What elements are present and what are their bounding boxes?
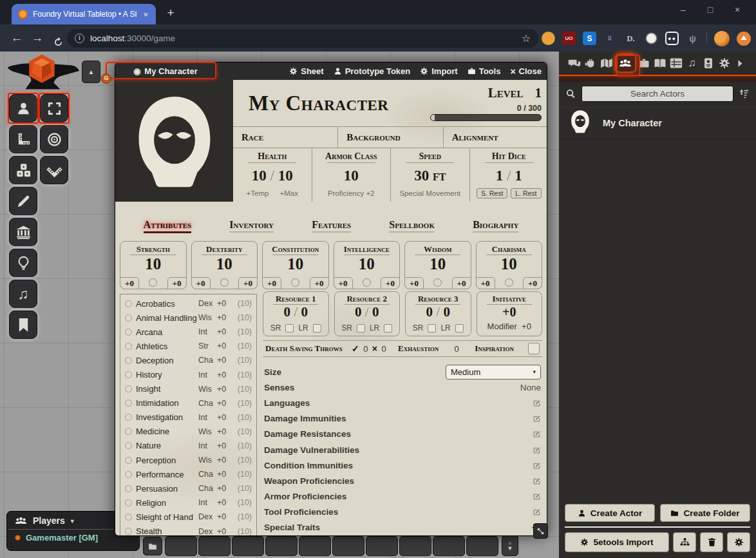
skill-row[interactable]: Religion Int +0 (10) [120, 495, 256, 510]
ability-block[interactable]: Charisma 10 +0 +0 [476, 241, 543, 289]
folder-tree-button[interactable] [673, 532, 696, 552]
macro-slot[interactable] [332, 536, 364, 556]
sheet-config-button[interactable]: Sheet [289, 66, 323, 76]
macro-slot[interactable] [433, 536, 465, 556]
reload-button[interactable] [48, 25, 68, 51]
macro-slot[interactable] [165, 536, 197, 556]
d-extension-icon[interactable]: D. [624, 32, 638, 45]
ability-save[interactable]: +0 [452, 277, 471, 289]
skill-name[interactable]: History [136, 370, 198, 380]
resource-block[interactable]: Resource 2 0 / 0 SR LR [334, 291, 401, 336]
dots-extension-icon[interactable]: ●● [665, 32, 679, 45]
skill-name[interactable]: Intimidation [136, 398, 198, 408]
bookmark-star-icon[interactable]: ☆ [522, 32, 531, 44]
ability-score[interactable]: 10 [334, 255, 400, 274]
speed-stat[interactable]: Speed 30 ft Special Movement [391, 148, 470, 202]
actor-name[interactable]: My Character [603, 118, 662, 128]
ping-target-tool[interactable] [40, 125, 68, 153]
skill-row[interactable]: Performance Cha +0 (10) [120, 467, 256, 481]
forward-button[interactable]: → [27, 25, 48, 51]
search-input[interactable] [581, 86, 733, 102]
5etools-import-button[interactable]: 5etools Import [565, 532, 669, 552]
ability-modifier[interactable]: +0 [334, 277, 353, 289]
sr-checkbox[interactable] [357, 324, 365, 332]
initiative-block[interactable]: Initiative+0Modifier +0 [477, 291, 543, 336]
grid-extension-icon[interactable]: ⠿ [603, 32, 617, 45]
skill-proficiency-radio[interactable] [125, 300, 132, 307]
skill-proficiency-radio[interactable] [125, 471, 132, 478]
skill-row[interactable]: Stealth Dex +0 (10) [120, 524, 256, 537]
character-name[interactable]: My Character [249, 91, 388, 115]
compendium-tab-icon[interactable] [700, 53, 716, 73]
macro-folder-button[interactable] [143, 537, 162, 555]
skill-name[interactable]: Investigation [136, 412, 198, 422]
skill-row[interactable]: Animal Handling Wis +0 (10) [120, 311, 256, 325]
skill-row[interactable]: Acrobatics Dex +0 (10) [120, 296, 256, 311]
skill-name[interactable]: Sleight of Hand [136, 512, 198, 522]
minimize-button[interactable]: – [670, 0, 697, 21]
tables-tab-icon[interactable] [668, 53, 684, 73]
skill-proficiency-radio[interactable] [125, 357, 132, 364]
ublock-extension-icon[interactable]: UO [562, 32, 576, 45]
proficiency-radio[interactable] [433, 278, 442, 287]
tab-spellbook[interactable]: Spellbook [385, 219, 439, 240]
skill-name[interactable]: Nature [136, 441, 198, 450]
window-resize-handle[interactable] [533, 523, 548, 539]
macro-slot[interactable] [198, 536, 231, 556]
skill-row[interactable]: History Int +0 (10) [120, 367, 256, 381]
ability-name[interactable]: Dexterity [192, 244, 258, 255]
skill-proficiency-radio[interactable] [125, 329, 132, 336]
ability-block[interactable]: Intelligence 10 +0 +0 [334, 241, 401, 289]
macro-slot[interactable] [232, 536, 264, 556]
close-button[interactable]: × [724, 0, 751, 21]
nav-collapse-button[interactable]: ▲ [82, 61, 100, 83]
profile-avatar[interactable] [714, 31, 730, 46]
skill-row[interactable]: Sleight of Hand Dex +0 (10) [120, 510, 256, 524]
create-actor-button[interactable]: Create Actor [565, 504, 655, 522]
ability-name[interactable]: Charisma [477, 244, 542, 255]
ability-save[interactable]: +0 [167, 277, 187, 289]
skill-proficiency-radio[interactable] [125, 314, 132, 322]
trait-special-traits[interactable]: Special Traits [263, 520, 542, 535]
import-button[interactable]: Import [420, 66, 457, 76]
skill-proficiency-radio[interactable] [125, 385, 132, 392]
ability-modifier[interactable]: +0 [191, 277, 211, 289]
trait-senses[interactable]: Senses None [263, 380, 542, 395]
skill-row[interactable]: Perception Wis +0 (10) [120, 453, 256, 467]
race-field[interactable]: Race [233, 127, 338, 148]
skill-proficiency-radio[interactable] [125, 442, 132, 449]
combat-tab-icon[interactable] [583, 53, 599, 73]
ability-score[interactable]: 10 [405, 255, 471, 274]
skill-name[interactable]: Performance [136, 470, 198, 479]
skill-proficiency-radio[interactable] [125, 528, 132, 535]
proficiency-radio[interactable] [505, 278, 513, 287]
resource-block[interactable]: Resource 1 0 / 0 SR LR [263, 291, 329, 336]
macro-slot[interactable] [366, 536, 398, 556]
skill-name[interactable]: Athletics [136, 342, 198, 351]
skill-name[interactable]: Deception [136, 356, 198, 365]
long-rest-button[interactable]: L. Rest [511, 188, 541, 198]
skill-proficiency-radio[interactable] [125, 514, 132, 521]
ability-block[interactable]: Wisdom 10 +0 +0 [404, 241, 471, 289]
exhaustion-value[interactable]: 0 [439, 344, 475, 354]
lighting-tool[interactable] [9, 249, 37, 277]
eye-extension-icon[interactable] [645, 32, 658, 45]
skill-row[interactable]: Arcana Int +0 (10) [120, 325, 256, 339]
macro-slot[interactable] [299, 536, 331, 556]
ability-save[interactable]: +0 [381, 277, 400, 289]
lr-checkbox[interactable] [455, 324, 464, 332]
trait-weapon-proficiencies[interactable]: Weapon Proficiencies [263, 473, 542, 488]
skill-name[interactable]: Religion [136, 498, 198, 508]
close-window-button[interactable]: ×Close [510, 66, 542, 77]
settings-tab-icon[interactable] [716, 53, 732, 73]
new-tab-button[interactable]: + [162, 5, 179, 21]
sounds-tool[interactable]: ♫ [9, 280, 37, 308]
dice-tool[interactable] [9, 156, 37, 184]
ability-name[interactable]: Intelligence [334, 244, 400, 255]
measure-ruler-tool[interactable] [9, 125, 37, 153]
death-fail-count[interactable]: 0 [377, 344, 390, 354]
page-down-icon[interactable]: ▼ [507, 546, 513, 552]
proficiency-radio[interactable] [363, 278, 371, 287]
skill-row[interactable]: Insight Wis +0 (10) [120, 382, 256, 396]
trait-languages[interactable]: Languages [263, 395, 542, 410]
